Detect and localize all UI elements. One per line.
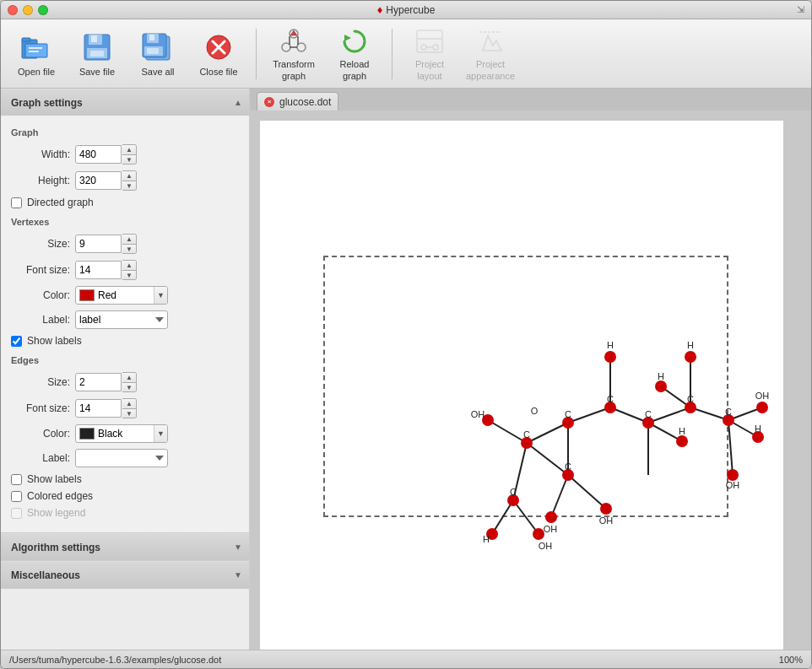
directed-graph-row: Directed graph: [11, 197, 239, 208]
vertex-show-labels-checkbox[interactable]: [11, 336, 22, 347]
vertex-fontsize-input[interactable]: [75, 261, 122, 279]
graph-settings-content: Graph Width: ▲ ▼ Height:: [1, 116, 249, 532]
edge-fontsize-down[interactable]: ▼: [122, 408, 136, 418]
transform-graph-button[interactable]: Transform graph: [265, 24, 322, 84]
svg-point-65: [604, 351, 616, 363]
project-appearance-button[interactable]: Project appearance: [462, 24, 519, 84]
show-legend-row: Show legend: [11, 507, 239, 519]
width-down[interactable]: ▼: [122, 154, 136, 164]
edge-label-row: Label:: [11, 449, 239, 467]
vertex-label-select[interactable]: label: [75, 310, 168, 329]
transform-graph-icon: [278, 27, 310, 56]
svg-text:H: H: [755, 424, 761, 434]
edge-show-labels-label: Show labels: [27, 473, 82, 485]
svg-point-64: [600, 503, 612, 515]
graph-canvas[interactable]: C C C C C C C C OH OH OH H H H: [260, 121, 783, 650]
vertex-fontsize-row: Font size: ▲ ▼: [11, 260, 239, 280]
svg-point-69: [727, 469, 739, 481]
directed-graph-checkbox[interactable]: [11, 197, 22, 208]
height-row: Height: ▲ ▼: [11, 170, 239, 191]
vertex-color-select[interactable]: Red ▼: [75, 286, 168, 305]
main-window: ♦ Hypercube ⇲ Open file: [0, 0, 812, 669]
tab-close-button[interactable]: ×: [264, 97, 274, 107]
right-panel: × glucose.dot: [250, 89, 811, 650]
svg-text:H: H: [658, 371, 664, 381]
height-input[interactable]: [75, 171, 122, 190]
width-up[interactable]: ▲: [122, 145, 136, 154]
svg-rect-2: [25, 44, 47, 57]
vertex-color-swatch: [79, 289, 95, 301]
save-all-button[interactable]: Save all: [129, 24, 187, 84]
width-label: Width:: [11, 148, 70, 160]
edge-size-arrows: ▲ ▼: [122, 372, 137, 392]
height-up[interactable]: ▲: [122, 171, 136, 181]
close-file-icon: [203, 31, 235, 63]
svg-text:OH: OH: [539, 541, 553, 551]
edge-color-label: Color:: [11, 428, 70, 440]
tab-label: glucose.dot: [279, 96, 331, 108]
save-file-label: Save file: [79, 67, 115, 78]
edge-show-labels-row: Show labels: [11, 473, 239, 485]
glucose-tab[interactable]: × glucose.dot: [257, 92, 338, 111]
svg-marker-25: [290, 30, 297, 35]
graph-canvas-area[interactable]: C C C C C C C C OH OH OH H H H: [250, 111, 811, 650]
edge-show-labels-checkbox[interactable]: [11, 474, 22, 485]
project-layout-icon: [414, 27, 446, 56]
edge-color-row: Color: Black ▼: [11, 424, 239, 443]
vertex-size-down[interactable]: ▼: [122, 244, 136, 253]
svg-text:C: C: [607, 394, 614, 404]
svg-point-63: [545, 511, 557, 523]
svg-line-51: [568, 475, 606, 509]
maximize-button[interactable]: [38, 5, 48, 15]
edge-label-select[interactable]: [75, 449, 168, 467]
svg-text:C: C: [565, 409, 571, 419]
edge-color-select[interactable]: Black ▼: [75, 424, 168, 443]
save-file-button[interactable]: Save file: [68, 24, 126, 84]
vertex-color-text: Red: [98, 289, 154, 301]
minimize-button[interactable]: [23, 5, 33, 15]
graph-settings-header[interactable]: Graph settings ▲: [1, 89, 249, 116]
close-button[interactable]: [8, 5, 18, 15]
edge-size-input[interactable]: [75, 373, 122, 391]
edge-size-up[interactable]: ▲: [122, 373, 136, 382]
vertexes-group-label: Vertexes: [11, 217, 239, 227]
miscellaneous-header[interactable]: Miscellaneous ▼: [1, 561, 249, 588]
vertex-size-arrows: ▲ ▼: [122, 234, 137, 254]
edge-size-down[interactable]: ▼: [122, 382, 136, 391]
toolbar-separator-2: [392, 29, 392, 79]
vertex-fontsize-label: Font size:: [11, 264, 70, 276]
height-down[interactable]: ▼: [122, 181, 136, 190]
molecule-graph: C C C C C C C C OH OH OH H H H: [260, 121, 783, 650]
algorithm-settings-header[interactable]: Algorithm settings ▼: [1, 533, 249, 560]
width-input[interactable]: [75, 145, 122, 164]
edge-fontsize-row: Font size: ▲ ▼: [11, 398, 239, 418]
reload-graph-button[interactable]: Reload graph: [326, 24, 383, 84]
close-file-button[interactable]: Close file: [190, 24, 247, 84]
project-layout-button[interactable]: Project layout: [401, 24, 458, 84]
edge-fontsize-up[interactable]: ▲: [122, 399, 136, 408]
titlebar: ♦ Hypercube ⇲: [1, 1, 811, 19]
vertex-fontsize-up[interactable]: ▲: [122, 261, 136, 270]
colored-edges-checkbox[interactable]: [11, 491, 22, 502]
width-arrows: ▲ ▼: [122, 144, 137, 165]
save-file-icon: [81, 31, 113, 63]
svg-line-36: [527, 443, 568, 475]
svg-line-48: [728, 420, 733, 475]
vertex-fontsize-down[interactable]: ▼: [122, 270, 136, 279]
open-file-button[interactable]: Open file: [8, 24, 65, 84]
svg-text:C: C: [510, 487, 517, 497]
svg-rect-15: [147, 48, 159, 54]
vertex-size-up[interactable]: ▲: [122, 235, 136, 244]
svg-text:O: O: [531, 406, 539, 416]
svg-text:C: C: [725, 407, 732, 417]
vertex-fontsize-arrows: ▲ ▼: [122, 260, 137, 280]
edge-size-spinner: ▲ ▼: [75, 372, 137, 392]
vertex-size-input[interactable]: [75, 235, 122, 253]
edge-fontsize-input[interactable]: [75, 399, 122, 418]
project-appearance-icon: [474, 27, 506, 56]
svg-line-52: [492, 500, 513, 534]
show-legend-checkbox[interactable]: [11, 508, 22, 519]
edge-size-row: Size: ▲ ▼: [11, 372, 239, 392]
svg-point-30: [433, 45, 438, 50]
colored-edges-label: Colored edges: [27, 490, 93, 502]
